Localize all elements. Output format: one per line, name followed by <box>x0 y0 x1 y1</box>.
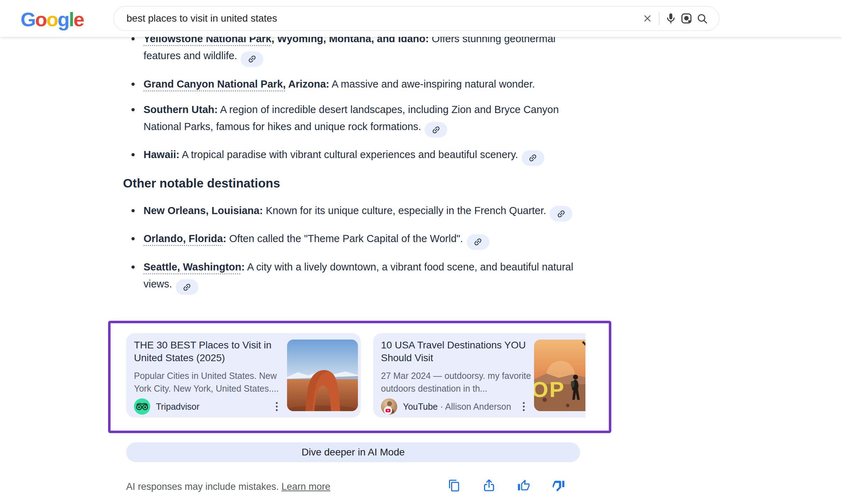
search-header: Google <box>0 0 842 37</box>
destination-item: Southern Utah: A region of incredible de… <box>123 101 581 138</box>
destination-item: Orlando, Florida: Often called the "Them… <box>123 230 581 250</box>
destination-description: A tropical paradise with vibrant cultura… <box>182 149 518 160</box>
ai-disclaimer: AI responses may include mistakes. Learn… <box>126 481 330 492</box>
search-input[interactable] <box>127 13 640 24</box>
clear-button[interactable] <box>640 11 655 26</box>
card-more-button[interactable] <box>519 401 528 413</box>
search-submit-button[interactable] <box>694 11 710 26</box>
destination-description: Often called the "Theme Park Capital of … <box>229 233 463 244</box>
card-title[interactable]: THE 30 BEST Places to Visit in United St… <box>134 339 283 364</box>
citation-chip[interactable] <box>176 279 198 295</box>
link-icon <box>526 151 540 164</box>
more-vertical-icon <box>272 401 281 413</box>
citation-chip[interactable] <box>425 122 447 138</box>
result-card[interactable]: THE 30 BEST Places to Visit in United St… <box>126 333 361 418</box>
voice-search-button[interactable] <box>663 11 679 26</box>
ai-overview: Yellowstone National Park, Wyoming, Mont… <box>123 30 581 295</box>
google-lens-icon <box>680 12 693 25</box>
copy-button[interactable] <box>447 478 461 493</box>
link-icon <box>554 207 568 220</box>
google-search-results-page: Yellowstone National Park, Wyoming, Mont… <box>0 0 842 504</box>
search-box[interactable] <box>113 6 719 31</box>
card-source-label: YouTube · Allison Anderson <box>403 402 511 412</box>
link-icon <box>245 52 259 66</box>
card-source-row: YouTube · Allison Anderson <box>381 398 530 415</box>
destination-description: A massive and awe-inspiring natural wond… <box>332 78 535 90</box>
other-destinations-heading: Other notable destinations <box>123 175 581 191</box>
destination-name: : <box>223 233 226 244</box>
card-snippet: Popular Cities in United States. New Yor… <box>134 369 285 395</box>
destination-description: Known for its unique culture, especially… <box>266 205 546 216</box>
response-actions <box>447 478 566 493</box>
google-lens-button[interactable] <box>679 11 694 26</box>
destination-item: Hawaii: A tropical paradise with vibrant… <box>123 146 581 166</box>
thumbs-up-icon <box>517 479 530 492</box>
citation-cards-carousel[interactable]: THE 30 BEST Places to Visit in United St… <box>126 333 585 418</box>
destination-item: New Orleans, Louisiana: Known for its un… <box>123 202 581 222</box>
disclaimer-text: AI responses may include mistakes. <box>126 481 279 492</box>
svg-text:OP: OP <box>534 377 565 402</box>
other-destinations-list: New Orleans, Louisiana: Known for its un… <box>123 202 581 295</box>
share-button[interactable] <box>482 478 496 493</box>
thumbs-up-button[interactable] <box>517 478 531 493</box>
destination-link[interactable]: Seattle, Washington <box>144 261 241 273</box>
citation-chip[interactable] <box>467 234 489 250</box>
destination-name: New Orleans, Louisiana: <box>144 205 263 216</box>
destination-item: Seattle, Washington: A city with a livel… <box>123 258 581 295</box>
destination-link[interactable]: Grand Canyon National Park, <box>144 78 286 90</box>
top-destinations-list: Yellowstone National Park, Wyoming, Mont… <box>123 30 581 166</box>
search-icon <box>696 12 708 24</box>
result-card[interactable]: 10 USA Travel Destinations YOU Should Vi… <box>373 333 585 418</box>
dive-deeper-ai-mode-button[interactable]: Dive deeper in AI Mode <box>126 442 580 462</box>
card-title[interactable]: 10 USA Travel Destinations YOU Should Vi… <box>381 339 530 364</box>
delicate-arch-photo[interactable] <box>287 340 358 411</box>
card-source-row: Tripadvisor <box>134 398 283 415</box>
destination-name: Southern Utah: <box>144 104 218 115</box>
search-divider <box>659 12 659 25</box>
link-icon <box>429 123 443 136</box>
youtube-avatar <box>381 398 397 415</box>
thumbs-down-icon <box>552 479 565 492</box>
destination-item: Grand Canyon National Park, Arizona: A m… <box>123 75 581 93</box>
destination-name: : <box>241 261 245 273</box>
clear-icon <box>642 13 653 24</box>
desert-hiker-photo[interactable]: OP U <box>534 340 585 411</box>
card-more-button[interactable] <box>272 401 281 413</box>
citation-chip[interactable] <box>522 150 544 166</box>
google-logo[interactable]: Google <box>21 8 84 31</box>
learn-more-link[interactable]: Learn more <box>281 481 330 492</box>
citation-chip[interactable] <box>550 206 572 222</box>
tripadvisor-icon <box>134 398 150 415</box>
destination-name: Hawaii: <box>144 149 180 160</box>
link-icon <box>471 235 485 248</box>
card-snippet: 27 Mar 2024 — outdoorsy. my favorite out… <box>381 369 532 395</box>
citation-chip[interactable] <box>241 51 263 67</box>
more-vertical-icon <box>519 401 528 413</box>
thumbs-down-button[interactable] <box>551 478 566 493</box>
voice-search-icon <box>665 12 677 24</box>
copy-icon <box>448 479 461 492</box>
link-icon <box>180 280 193 294</box>
destination-name: Arizona: <box>286 78 329 90</box>
share-icon <box>482 479 496 492</box>
card-source-label: Tripadvisor <box>156 402 200 412</box>
destination-link[interactable]: Orlando, Florida <box>144 233 223 244</box>
